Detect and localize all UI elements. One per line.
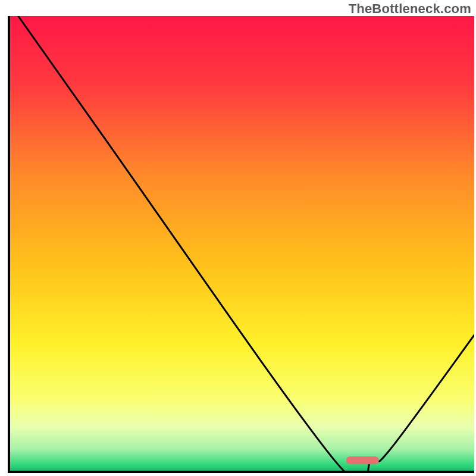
plot-area bbox=[9, 16, 474, 476]
bottleneck-chart bbox=[0, 0, 476, 476]
optimal-balance-marker bbox=[346, 456, 379, 464]
chart-background bbox=[9, 16, 474, 472]
watermark-text: TheBottleneck.com bbox=[349, 1, 471, 17]
